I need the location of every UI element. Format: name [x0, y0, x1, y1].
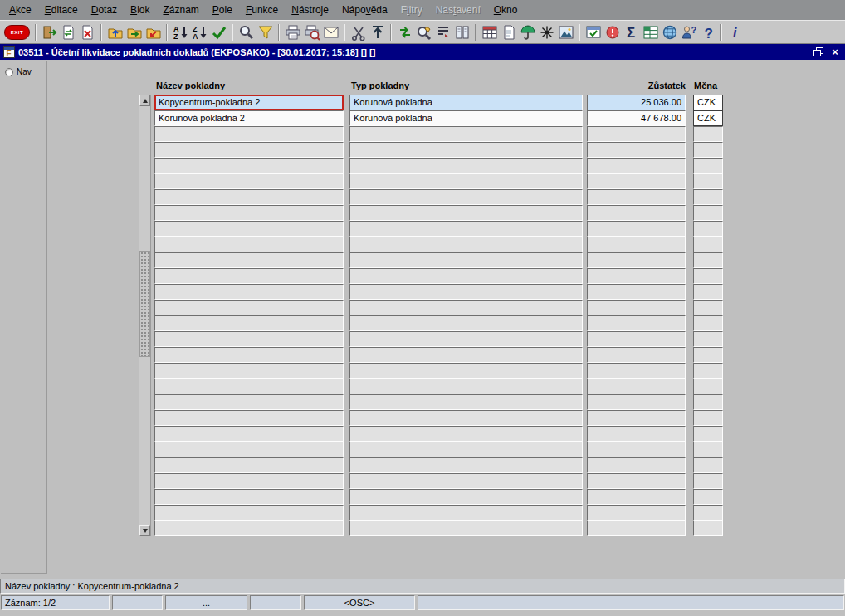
menu-nastaveni: Nastavení [429, 2, 487, 18]
cell-nazev[interactable]: Korunová pokladna 2 [154, 110, 344, 126]
table-row [154, 315, 723, 331]
mail-icon[interactable] [321, 23, 340, 42]
menu-dotaz[interactable]: Dotaz [85, 2, 124, 18]
record-scrollbar[interactable] [139, 95, 151, 536]
requery-icon[interactable] [59, 23, 78, 42]
cell-typ [349, 158, 583, 174]
menu-blok[interactable]: Blok [124, 2, 156, 18]
assistant-icon[interactable]: ? [679, 23, 698, 42]
cell-mena [693, 237, 723, 252]
status-message: Název pokladny : Kopycentrum-pokladna 2 [5, 581, 179, 591]
cell-zustatek [587, 394, 686, 410]
cell-nazev [154, 126, 344, 142]
exit-button[interactable]: EXIT [4, 25, 30, 40]
web-icon[interactable] [537, 23, 556, 42]
calendar-icon[interactable] [480, 23, 499, 42]
document-icon[interactable] [499, 23, 518, 42]
menu-napoveda[interactable]: Nápověda [335, 2, 394, 18]
cell-zustatek [587, 473, 686, 489]
cell-typ [349, 457, 583, 473]
sum-icon[interactable]: Σ [622, 23, 641, 42]
clear-record-icon[interactable] [78, 23, 97, 42]
next-block-icon[interactable] [125, 23, 144, 42]
cell-zustatek [587, 237, 686, 252]
table-row [154, 126, 723, 142]
table-row [154, 237, 723, 252]
chart-icon[interactable] [556, 23, 575, 42]
cell-zustatek[interactable]: 47 678.00 [587, 110, 686, 126]
toolbar-icons: AZZAΣ??i [32, 23, 745, 42]
help-icon[interactable]: ? [698, 23, 717, 42]
menu-zaznam[interactable]: Záznam [156, 2, 205, 18]
svg-text:?: ? [691, 25, 696, 35]
cell-zustatek [587, 205, 686, 221]
nav-radio-button[interactable] [5, 68, 13, 76]
column-setup-icon[interactable] [452, 23, 471, 42]
cell-typ[interactable]: Korunová pokladna [349, 95, 583, 110]
excel-icon[interactable] [641, 23, 660, 42]
menu-funkce[interactable]: Funkce [239, 2, 285, 18]
window-icon[interactable] [584, 23, 603, 42]
cut-icon[interactable] [349, 23, 368, 42]
menu-nastroje[interactable]: Nástroje [285, 2, 335, 18]
cell-typ [349, 473, 583, 489]
column-header-typ: Typ pokladny [351, 81, 409, 90]
scroll-down-button[interactable] [139, 525, 150, 536]
menu-editace[interactable]: Editace [38, 2, 85, 18]
toolbar-separator [344, 24, 345, 41]
accept-icon[interactable] [209, 23, 228, 42]
search-icon[interactable] [237, 23, 256, 42]
cell-mena[interactable]: CZK [693, 110, 723, 126]
cell-typ [349, 205, 583, 221]
transfer-icon[interactable] [395, 23, 414, 42]
insert-record-icon[interactable] [368, 23, 387, 42]
cell-mena [693, 347, 723, 363]
print-icon[interactable] [283, 23, 302, 42]
exit-form-icon[interactable] [40, 23, 59, 42]
find-replace-icon[interactable] [414, 23, 433, 42]
previous-block-icon[interactable] [105, 23, 125, 42]
scrollbar-thumb[interactable] [139, 251, 150, 357]
menu-akce[interactable]: Akce [2, 2, 38, 18]
cell-zustatek[interactable]: 25 036.00 [587, 95, 686, 110]
cell-zustatek [587, 410, 686, 426]
close-button[interactable]: × [828, 46, 842, 58]
umbrella-icon[interactable] [518, 23, 537, 42]
last-record-icon[interactable] [144, 23, 163, 42]
cell-typ [349, 331, 583, 347]
table-row [154, 457, 723, 473]
cell-mena [693, 300, 723, 315]
sort-asc-icon[interactable]: AZ [171, 23, 190, 42]
alert-icon[interactable] [603, 23, 622, 42]
table-row [154, 394, 723, 410]
cell-mena[interactable]: CZK [693, 95, 723, 110]
table-row [154, 221, 723, 237]
restore-button[interactable] [812, 46, 825, 58]
globe-icon[interactable] [660, 23, 679, 42]
menu-pole[interactable]: Pole [206, 2, 239, 18]
cell-mena [693, 221, 723, 237]
table-row [154, 268, 723, 284]
filter-icon[interactable] [256, 23, 275, 42]
menu-filtry: Filtry [394, 2, 429, 18]
cell-zustatek [587, 457, 686, 473]
cell-nazev[interactable]: Kopycentrum-pokladna 2 [154, 95, 344, 110]
cell-nazev [154, 315, 344, 331]
cell-mena [693, 174, 723, 189]
table-row [154, 300, 723, 315]
cell-typ [349, 237, 583, 252]
list-of-values-icon[interactable] [433, 23, 452, 42]
table-row [154, 442, 723, 457]
cell-typ[interactable]: Korunová pokladna [349, 110, 583, 126]
info-icon[interactable]: i [725, 23, 745, 42]
cell-mena [693, 473, 723, 489]
cell-typ [349, 252, 583, 268]
sort-desc-icon[interactable]: ZA [190, 23, 209, 42]
svg-text:i: i [733, 26, 737, 40]
cell-nazev [154, 221, 344, 237]
nav-label: Nav [17, 67, 32, 76]
scroll-up-button[interactable] [139, 95, 150, 106]
window-title-bar: F 03511 - Účetní likvidace pokladních do… [0, 44, 845, 60]
menu-okno[interactable]: Okno [487, 2, 525, 18]
print-preview-icon[interactable] [302, 23, 321, 42]
